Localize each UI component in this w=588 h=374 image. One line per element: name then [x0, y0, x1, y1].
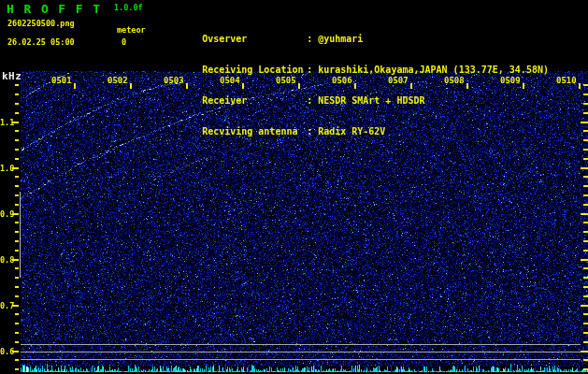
- freq-major-tick: [581, 213, 588, 215]
- freq-minor-tick: [15, 94, 19, 95]
- freq-label: 0.9: [0, 209, 13, 219]
- freq-minor-tick: [15, 286, 19, 288]
- freq-minor-tick: [583, 332, 588, 334]
- observer-row-label: Recviving antenna: [202, 126, 307, 137]
- freq-minor-tick: [583, 323, 588, 324]
- freq-minor-tick: [15, 313, 19, 315]
- freq-minor-tick: [583, 84, 588, 86]
- time-tick: [579, 83, 581, 89]
- time-label: 0510: [556, 76, 577, 85]
- freq-minor-tick: [15, 277, 19, 279]
- freq-minor-tick: [15, 368, 19, 370]
- freq-minor-tick: [15, 158, 19, 160]
- freq-minor-tick: [583, 139, 588, 141]
- freq-major-tick: [12, 351, 19, 352]
- observer-row-colon: :: [307, 95, 318, 106]
- freq-minor-tick: [15, 194, 19, 196]
- freq-minor-tick: [583, 103, 588, 105]
- freq-minor-tick: [15, 295, 19, 297]
- freq-minor-tick: [15, 250, 19, 252]
- reference-line: [21, 352, 581, 352]
- app-title: H R O F F T: [7, 2, 102, 16]
- freq-minor-tick: [15, 130, 19, 132]
- observer-row-value: kurashiki,Okayama,JAPAN (133.77E, 34.58N…: [318, 65, 549, 75]
- band-marker-line: [20, 192, 21, 278]
- observer-row-label: Receiving Location: [202, 65, 307, 75]
- freq-major-tick: [12, 213, 19, 215]
- freq-minor-tick: [583, 194, 588, 196]
- freq-minor-tick: [15, 185, 19, 187]
- freq-minor-tick: [15, 332, 19, 334]
- output-filename: 2602250500.png: [7, 19, 75, 28]
- observer-row-value: @yuhmari: [318, 34, 363, 44]
- mode-label: meteor: [117, 25, 146, 35]
- freq-major-tick: [581, 167, 588, 169]
- observer-row: Ovserver:@yuhmari: [168, 23, 549, 34]
- freq-label: 0.7: [0, 301, 13, 310]
- freq-major-tick: [12, 259, 19, 261]
- freq-minor-tick: [15, 103, 19, 105]
- freq-major-tick: [581, 305, 588, 307]
- freq-minor-tick: [583, 286, 588, 288]
- freq-minor-tick: [15, 359, 19, 361]
- observer-row-value: Radix RY-62V: [318, 126, 385, 137]
- freq-minor-tick: [15, 204, 19, 206]
- freq-minor-tick: [15, 84, 19, 86]
- observer-row-label: Receiver: [202, 95, 307, 106]
- freq-axis-unit: kHz: [2, 70, 22, 82]
- freq-minor-tick: [15, 222, 19, 223]
- time-label: 0502: [108, 76, 128, 85]
- freq-label: 1.0: [0, 164, 13, 173]
- freq-minor-tick: [583, 250, 588, 252]
- freq-major-tick: [581, 122, 588, 123]
- freq-minor-tick: [583, 94, 588, 95]
- reference-line: [21, 359, 581, 360]
- freq-label: 1.1: [0, 118, 13, 127]
- freq-minor-tick: [583, 341, 588, 343]
- freq-major-tick: [581, 351, 588, 352]
- observer-row-value: NESDR SMArt + HDSDR: [318, 95, 424, 106]
- observer-row-colon: :: [307, 34, 318, 44]
- freq-minor-tick: [583, 176, 588, 178]
- freq-major-tick: [12, 167, 19, 169]
- time-tick: [74, 83, 76, 89]
- freq-minor-tick: [15, 149, 19, 151]
- freq-minor-tick: [583, 158, 588, 160]
- freq-major-tick: [12, 305, 19, 307]
- app-version: 1.0.0f: [114, 3, 143, 12]
- freq-minor-tick: [583, 295, 588, 297]
- freq-minor-tick: [15, 341, 19, 343]
- record-datetime: 26.02.25 05:00: [7, 37, 75, 47]
- freq-major-tick: [581, 259, 588, 261]
- observer-row-colon: :: [307, 65, 318, 75]
- freq-minor-tick: [583, 222, 588, 223]
- freq-label: 0.6: [0, 347, 13, 356]
- freq-minor-tick: [583, 204, 588, 206]
- freq-minor-tick: [15, 267, 19, 269]
- freq-minor-tick: [583, 149, 588, 151]
- time-tick: [130, 83, 132, 89]
- freq-minor-tick: [583, 368, 588, 370]
- observer-row-colon: :: [307, 126, 318, 137]
- observer-info: Ovserver:@yuhmari Receiving Location:kur…: [168, 3, 549, 147]
- reference-line: [21, 344, 581, 345]
- freq-minor-tick: [15, 176, 19, 178]
- freq-minor-tick: [15, 139, 19, 141]
- observer-row-label: Ovserver: [202, 34, 307, 44]
- freq-minor-tick: [15, 231, 19, 233]
- freq-minor-tick: [583, 240, 588, 242]
- hrofft-window: H R O F F T 1.0.0f 2602250500.png meteor…: [0, 0, 588, 374]
- freq-major-tick: [12, 122, 19, 123]
- freq-minor-tick: [583, 112, 588, 114]
- time-label: 0501: [51, 76, 72, 85]
- observer-row: Receiver:NESDR SMArt + HDSDR: [168, 85, 549, 95]
- freq-label: 0.8: [0, 255, 13, 265]
- freq-minor-tick: [583, 359, 588, 361]
- freq-minor-tick: [583, 277, 588, 279]
- freq-minor-tick: [15, 112, 19, 114]
- freq-minor-tick: [583, 185, 588, 187]
- freq-minor-tick: [583, 130, 588, 132]
- freq-minor-tick: [15, 240, 19, 242]
- observer-row: Recviving antenna:Radix RY-62V: [168, 116, 549, 126]
- observer-row: Receiving Location:kurashiki,Okayama,JAP…: [168, 54, 549, 65]
